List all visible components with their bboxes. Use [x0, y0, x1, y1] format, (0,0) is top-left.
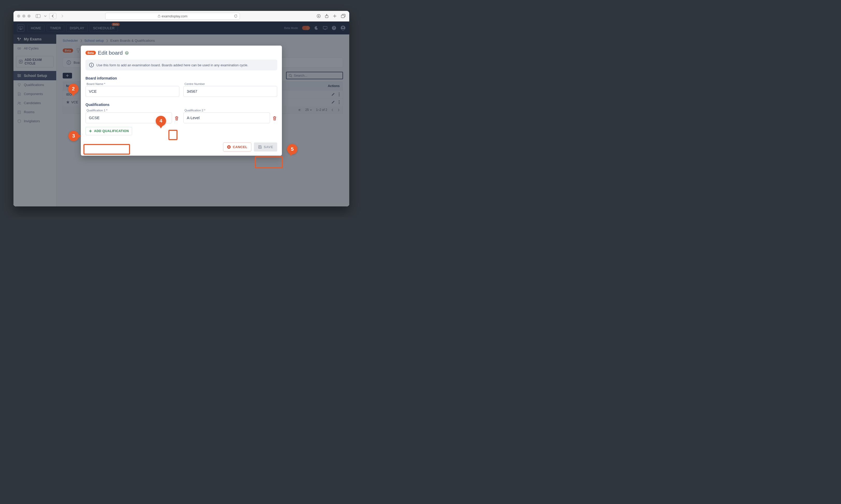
svg-rect-43 [259, 147, 261, 148]
delete-qualification-1-button[interactable] [174, 116, 179, 123]
cancel-label: CANCEL [233, 145, 247, 149]
dialog-title: Edit board [98, 50, 123, 56]
cancel-button[interactable]: CANCEL [223, 142, 251, 151]
board-name-input[interactable] [86, 86, 179, 97]
callout-4: 4 [156, 116, 166, 126]
svg-rect-6 [341, 15, 344, 18]
highlight-delete-qualification [168, 130, 178, 140]
centre-number-field: Centre Number [183, 83, 277, 97]
dialog-title-row: Beta Edit board ? [86, 50, 277, 56]
svg-rect-40 [91, 65, 92, 66]
dialog-beta-badge: Beta [86, 51, 96, 55]
share-icon[interactable] [325, 14, 328, 18]
address-bar[interactable]: examdisplay.com [105, 13, 240, 20]
dialog-info-banner: Use this form to add an examination boar… [86, 59, 277, 70]
nav-back-button[interactable] [49, 13, 56, 19]
add-qualification-button[interactable]: ADD QUALIFICATION [86, 127, 132, 135]
delete-qualification-2-button[interactable] [272, 116, 277, 123]
svg-point-39 [91, 64, 92, 64]
save-icon [258, 145, 262, 149]
callout-5: 5 [287, 144, 298, 155]
svg-rect-0 [36, 15, 40, 18]
cancel-icon [227, 145, 231, 149]
section-qualifications: Qualifications [86, 103, 277, 107]
board-name-label: Board Name * [86, 83, 179, 86]
callout-3: 3 [68, 131, 79, 141]
new-tab-icon[interactable] [333, 14, 337, 18]
callout-2: 2 [68, 84, 78, 94]
browser-toolbar: examdisplay.com [14, 11, 349, 21]
zoom-window[interactable] [28, 15, 31, 18]
svg-rect-2 [158, 16, 160, 17]
board-fields-row: Board Name * Centre Number [86, 83, 277, 97]
nav-forward-button[interactable] [58, 13, 66, 19]
qualification-2-label: Qualification 2 * [183, 109, 270, 112]
dialog-help-icon[interactable]: ? [125, 51, 129, 55]
callout-3-label: 3 [72, 133, 75, 139]
lock-icon [158, 15, 160, 18]
toolbar-right [317, 14, 346, 18]
save-button[interactable]: SAVE [254, 142, 277, 151]
callout-2-label: 2 [72, 86, 75, 92]
highlight-add-qualification [84, 144, 130, 155]
add-qualification-label: ADD QUALIFICATION [94, 129, 129, 133]
qualifications-row: Qualification 1 * Qualification 2 * [86, 109, 277, 123]
plus-icon [89, 129, 92, 132]
edit-board-dialog: Beta Edit board ? Use this form to add a… [81, 46, 282, 156]
chevron-down-icon[interactable] [43, 13, 47, 19]
section-board-information: Board information [86, 76, 277, 80]
close-window[interactable] [17, 15, 20, 18]
centre-number-label: Centre Number [183, 83, 277, 86]
callout-4-label: 4 [160, 118, 162, 124]
info-icon [89, 63, 94, 67]
downloads-icon[interactable] [317, 14, 321, 18]
board-name-field: Board Name * [86, 83, 179, 97]
qualification-1-label: Qualification 1 * [86, 109, 172, 112]
dialog-info-text: Use this form to add an examination boar… [96, 63, 248, 67]
qualification-2-col: Qualification 2 * [183, 109, 277, 123]
qualification-2-input[interactable] [183, 112, 270, 123]
browser-window: examdisplay.com HOME TIMER DISPLAY SCHED… [14, 11, 349, 206]
callout-5-label: 5 [291, 146, 294, 152]
sidebar-toggle-icon[interactable] [35, 13, 41, 19]
minimize-window[interactable] [22, 15, 25, 18]
svg-rect-42 [259, 146, 261, 147]
refresh-icon[interactable] [234, 14, 237, 18]
window-controls [17, 15, 31, 18]
centre-number-input[interactable] [183, 86, 277, 97]
save-label: SAVE [264, 145, 273, 149]
svg-text:?: ? [126, 52, 127, 54]
highlight-save [255, 156, 283, 168]
tabs-icon[interactable] [341, 14, 346, 18]
url-host: examdisplay.com [162, 14, 187, 18]
